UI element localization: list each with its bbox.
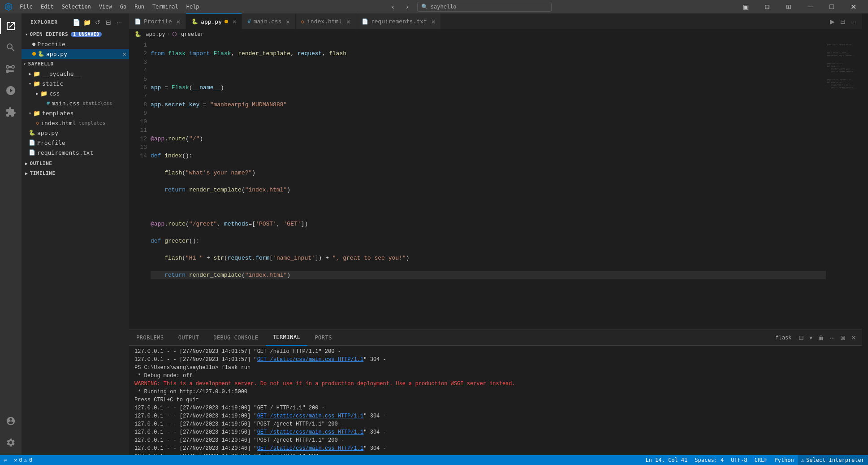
layout-toggle[interactable]: ▣ — [735, 0, 756, 13]
terminal-content[interactable]: 127.0.0.1 - - [27/Nov/2023 14:01:57] "GE… — [129, 346, 862, 455]
panel-tabs: PROBLEMS OUTPUT DEBUG CONSOLE TERMINAL P… — [129, 330, 862, 346]
activity-settings[interactable] — [0, 432, 22, 453]
status-encoding[interactable]: UTF-8 — [727, 455, 751, 465]
terminal-link-1[interactable]: GET /static/css/main.css HTTP/1.1 — [257, 356, 364, 363]
customize-layout[interactable]: ⊞ — [778, 0, 799, 13]
close-button[interactable]: ✕ — [843, 0, 864, 13]
pycache-folder[interactable]: ▶ 📁 __pycache__ — [22, 69, 129, 78]
activity-search[interactable] — [0, 37, 22, 58]
static-icon: 📁 — [33, 80, 40, 87]
minimize-button[interactable]: ─ — [800, 0, 820, 13]
panel-tab-problems[interactable]: PROBLEMS — [129, 330, 171, 346]
run-code-button[interactable]: ▶ — [828, 17, 837, 26]
tab-apppy[interactable]: 🐍 app.py ✕ — [186, 13, 242, 29]
sayhello-section-header[interactable]: ▾ SAYHELLO 📄 📁 ↺ ⊟ ··· — [22, 59, 129, 69]
menu-run[interactable]: Run — [131, 3, 148, 11]
procfile-tree-file[interactable]: 📄 Procfile — [22, 138, 129, 148]
encoding-text: UTF-8 — [731, 457, 747, 463]
apppy-tab-close[interactable]: ✕ — [233, 18, 236, 25]
terminal-link-3[interactable]: GET /static/css/main.css HTTP/1.1 — [257, 429, 364, 435]
split-editor[interactable]: ⊟ — [757, 0, 777, 13]
tab-main-css[interactable]: # main.css ✕ — [242, 13, 295, 29]
status-eol[interactable]: CRLF — [751, 455, 771, 465]
templates-folder[interactable]: ▾ 📁 templates — [22, 108, 129, 118]
status-remote[interactable]: ⇌ — [0, 455, 10, 465]
more-actions-button[interactable]: ··· — [115, 18, 124, 27]
requirements-tab-close[interactable]: ✕ — [432, 18, 435, 25]
activity-explorer[interactable] — [0, 15, 22, 37]
menu-help[interactable]: Help — [183, 3, 203, 11]
tab-requirements[interactable]: 📄 requirements.txt ✕ — [356, 13, 441, 29]
menu-edit[interactable]: Edit — [37, 3, 57, 11]
back-button[interactable]: ‹ — [387, 2, 399, 12]
menu-view[interactable]: View — [95, 3, 116, 11]
status-interpreter[interactable]: ⚠ Select Interpreter — [798, 455, 868, 465]
split-editor-button[interactable]: ⊟ — [838, 17, 847, 26]
close-panel-button[interactable]: ✕ — [849, 333, 858, 342]
terminal-link-4[interactable]: GET /static/css/main.css HTTP/1.1 — [257, 445, 364, 452]
maximize-button[interactable]: □ — [821, 0, 842, 13]
menu-file[interactable]: File — [16, 3, 36, 11]
apppy-tree-file[interactable]: 🐍 app.py — [22, 128, 129, 138]
panel-tab-ports[interactable]: PORTS — [307, 330, 339, 346]
split-terminal-button[interactable]: ⊟ — [797, 333, 806, 342]
panel-tab-terminal[interactable]: TERMINAL — [266, 330, 308, 346]
menu-bar: File Edit Selection View Go Run Terminal… — [16, 3, 203, 11]
index-html-file[interactable]: ◇ index.html templates — [22, 118, 129, 128]
timeline-header[interactable]: ▶ Timeline — [22, 168, 129, 178]
breadcrumb-symbol[interactable]: ⬡ greeter — [172, 31, 204, 37]
activity-bottom — [0, 410, 22, 455]
open-editor-apppy[interactable]: 🐍 app.py ✕ — [22, 49, 129, 59]
status-language[interactable]: Python — [771, 455, 797, 465]
kill-terminal-button[interactable]: 🗑 — [816, 333, 826, 342]
collapse-all-button[interactable]: ⊟ — [104, 18, 113, 27]
requirements-tree-file[interactable]: 📄 requirements.txt — [22, 148, 129, 157]
eol-text: CRLF — [754, 457, 767, 463]
css-folder[interactable]: ▶ 📁 css — [22, 88, 129, 98]
new-file-button[interactable]: 📄 — [72, 18, 81, 27]
forward-button[interactable]: › — [401, 2, 414, 12]
open-editor-procfile[interactable]: ● Procfile — [22, 39, 129, 49]
terminal-line-6: * Running on http://127.0.0.1:5000 — [134, 388, 856, 396]
terminal-link-2[interactable]: GET /static/css/main.css HTTP/1.1 — [257, 413, 364, 419]
activity-account[interactable] — [0, 410, 22, 432]
main-css-file[interactable]: # main.css static\css — [22, 98, 129, 108]
new-folder-button[interactable]: 📁 — [82, 18, 91, 27]
apppy-close-icon[interactable]: ✕ — [123, 50, 126, 57]
panel-tab-debug-console[interactable]: DEBUG CONSOLE — [206, 330, 265, 346]
terminal-line-7: Press CTRL+C to quit — [134, 396, 856, 404]
breadcrumb-file[interactable]: 🐍 app.py — [134, 31, 165, 37]
tab-index-html[interactable]: ◇ index.html ✕ — [296, 13, 356, 29]
more-editor-actions[interactable]: ··· — [849, 17, 858, 26]
activity-run-debug[interactable] — [0, 80, 22, 101]
menu-go[interactable]: Go — [117, 3, 130, 11]
outline-header[interactable]: ▶ Outline — [22, 158, 129, 168]
status-errors[interactable]: ✕ 0 ⚠ 0 — [10, 455, 36, 465]
activity-extensions[interactable] — [0, 101, 22, 123]
open-editors-header[interactable]: ▾ Open Editors 1 unsaved — [22, 29, 129, 39]
title-bar: File Edit Selection View Go Run Terminal… — [0, 0, 868, 13]
title-bar-left: File Edit Selection View Go Run Terminal… — [4, 3, 203, 11]
menu-terminal[interactable]: Terminal — [149, 3, 182, 11]
refresh-explorer-button[interactable]: ↺ — [93, 18, 102, 27]
index-html-tab-close[interactable]: ✕ — [346, 18, 350, 25]
activity-source-control[interactable] — [0, 58, 22, 80]
terminal-dropdown[interactable]: ▾ — [808, 333, 814, 342]
procfile-tab-close[interactable]: ✕ — [177, 18, 180, 25]
status-spaces[interactable]: Spaces: 4 — [691, 455, 727, 465]
tab-procfile[interactable]: 📄 Procfile ✕ — [129, 13, 186, 29]
code-content[interactable]: 1 2 3 4 5 6 7 8 9 10 11 12 13 14 from fl… — [129, 39, 862, 330]
main-layout: Explorer 📄 📁 ↺ ⊟ ··· ▾ Open Editors 1 un… — [0, 13, 868, 455]
status-line-col[interactable]: Ln 14, Col 41 — [642, 455, 691, 465]
index-html-tab-label: index.html — [307, 18, 342, 25]
terminal-label: flask — [775, 335, 791, 341]
search-bar[interactable]: 🔍 sayhello — [417, 2, 552, 12]
panel-tab-output[interactable]: OUTPUT — [171, 330, 206, 346]
maximize-panel-button[interactable]: ⊠ — [838, 333, 847, 342]
new-terminal-button[interactable]: ··· — [828, 333, 837, 342]
right-scrollbar[interactable] — [862, 13, 868, 455]
menu-selection[interactable]: Selection — [58, 3, 95, 11]
main-css-tab-close[interactable]: ✕ — [286, 18, 289, 25]
static-folder[interactable]: ▾ 📁 static — [22, 78, 129, 88]
panel-actions: flask ⊟ ▾ 🗑 ··· ⊠ ✕ — [772, 333, 862, 342]
